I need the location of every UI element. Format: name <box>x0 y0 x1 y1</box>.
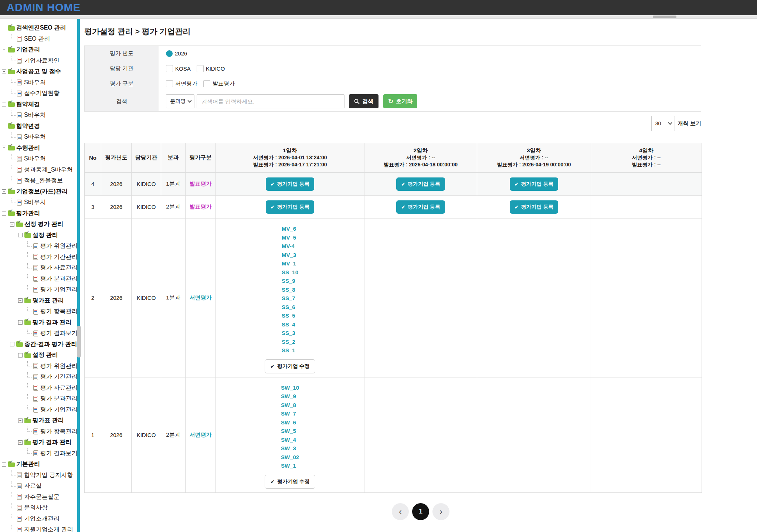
company-link[interactable]: SS_2 <box>282 338 298 346</box>
company-link[interactable]: SS_8 <box>282 285 298 294</box>
company-link[interactable]: SW_7 <box>281 409 299 418</box>
company-link[interactable]: SW_1 <box>281 461 299 470</box>
collapse-icon[interactable]: − <box>2 70 6 74</box>
collapse-icon[interactable]: − <box>2 146 6 150</box>
horizontal-scrollbar[interactable] <box>0 15 757 19</box>
sidebar-item[interactable]: 평가 위원관리 <box>0 361 77 372</box>
sidebar-item[interactable]: −✔협약변경 <box>0 121 77 132</box>
sidebar-item[interactable]: 평가 결과보기 <box>0 448 77 459</box>
sidebar-item[interactable]: 평가 기업관리 <box>0 284 77 295</box>
sidebar-scrollbar-track[interactable] <box>77 19 80 532</box>
collapse-icon[interactable]: − <box>2 462 6 467</box>
search-input[interactable] <box>197 94 344 108</box>
company-link[interactable]: SS_3 <box>282 329 298 338</box>
sidebar-item[interactable]: −✔기본관리 <box>0 459 77 470</box>
category-select[interactable]: 분과명 <box>166 94 194 108</box>
company-link[interactable]: SW_6 <box>281 418 299 427</box>
sidebar-item[interactable]: 평가 분과관리 <box>0 274 77 285</box>
company-link[interactable]: SS_4 <box>282 320 298 329</box>
collapse-icon[interactable]: − <box>10 342 14 346</box>
collapse-icon[interactable]: − <box>2 102 6 106</box>
sidebar-item[interactable]: −✔평가표 관리 <box>0 295 77 306</box>
prev-page-button[interactable]: ‹ <box>392 503 409 520</box>
next-page-button[interactable]: › <box>432 503 449 520</box>
collapse-icon[interactable]: − <box>2 26 6 30</box>
collapse-icon[interactable]: − <box>18 233 23 237</box>
collapse-icon[interactable]: − <box>18 353 23 358</box>
sidebar-item[interactable]: −✔평가표 관리 <box>0 415 77 426</box>
sidebar-item[interactable]: 평가 항목관리 <box>0 426 77 437</box>
company-link[interactable]: SS_9 <box>282 277 298 285</box>
sidebar-item[interactable]: 평가 자료관리 <box>0 262 77 274</box>
company-link[interactable]: SS_6 <box>282 303 298 312</box>
type-checkbox-document[interactable] <box>166 80 173 87</box>
register-companies-button[interactable]: ✔평가기업 등록 <box>510 200 559 214</box>
sidebar-item[interactable]: S바우처 <box>0 197 77 208</box>
horizontal-scrollbar-thumb[interactable] <box>653 16 676 18</box>
year-radio-selected[interactable] <box>166 50 173 57</box>
company-link[interactable]: SS_7 <box>282 294 298 303</box>
sidebar-item[interactable]: −✔사업공고 및 접수 <box>0 66 77 77</box>
sidebar-item[interactable]: 평가 기간관리 <box>0 372 77 383</box>
sidebar-item[interactable]: 평가 자료관리 <box>0 383 77 394</box>
company-link[interactable]: MV_3 <box>282 251 298 260</box>
sidebar-item[interactable]: 협약기업 공지사항 <box>0 470 77 481</box>
modify-companies-button[interactable]: ✔평가기업 수정 <box>265 475 315 489</box>
sidebar-item[interactable]: 평가 분과관리 <box>0 393 77 404</box>
register-companies-button[interactable]: ✔평가기업 등록 <box>396 177 445 191</box>
company-link[interactable]: SW_4 <box>281 436 299 444</box>
collapse-icon[interactable]: − <box>10 222 14 227</box>
collapse-icon[interactable]: − <box>18 440 23 445</box>
sidebar-item[interactable]: 자료실 <box>0 481 77 492</box>
company-link[interactable]: SW_10 <box>281 383 299 392</box>
collapse-icon[interactable]: − <box>18 320 23 325</box>
sidebar-item[interactable]: −✔평가 결과 관리 <box>0 317 77 328</box>
sidebar-item[interactable]: SEO 관리 <box>0 34 77 45</box>
sidebar-item[interactable]: −✔평가관리 <box>0 208 77 219</box>
collapse-icon[interactable]: − <box>18 298 23 303</box>
collapse-icon[interactable]: − <box>18 419 23 423</box>
collapse-icon[interactable]: − <box>2 48 6 52</box>
company-link[interactable]: MV-4 <box>282 242 298 251</box>
sidebar-item[interactable]: −✔검색엔진SEO 관리 <box>0 23 77 34</box>
sidebar-item[interactable]: −✔설정 관리 <box>0 230 77 241</box>
collapse-icon[interactable]: − <box>2 189 6 194</box>
sidebar-item[interactable]: 평가 항목관리 <box>0 306 77 317</box>
sidebar-item[interactable]: −✔평가 결과 관리 <box>0 437 77 448</box>
company-link[interactable]: SW_02 <box>281 453 299 462</box>
sidebar-item[interactable]: 지원기업소개 관리 <box>0 524 77 532</box>
agency-checkbox-kosa[interactable] <box>166 65 173 72</box>
company-link[interactable]: SS_1 <box>282 346 298 355</box>
sidebar-item[interactable]: −✔기업관리 <box>0 44 77 55</box>
sidebar-item[interactable]: 문의사항 <box>0 502 77 514</box>
sidebar-item[interactable]: −✔수행관리 <box>0 143 77 154</box>
company-link[interactable]: MV_5 <box>282 233 298 242</box>
register-companies-button[interactable]: ✔평가기업 등록 <box>396 200 445 214</box>
search-button[interactable]: 검색 <box>349 94 378 108</box>
register-companies-button[interactable]: ✔평가기업 등록 <box>266 177 315 191</box>
sidebar-item[interactable]: 자주묻는질문 <box>0 492 77 503</box>
company-link[interactable]: MV_1 <box>282 259 298 268</box>
company-link[interactable]: SS_5 <box>282 311 298 320</box>
collapse-icon[interactable]: − <box>2 124 6 128</box>
sidebar-item[interactable]: S바우처 <box>0 110 77 121</box>
current-page-button[interactable]: 1 <box>412 503 429 520</box>
sidebar-item[interactable]: 적용_환율정보 <box>0 175 77 186</box>
company-link[interactable]: SW_5 <box>281 427 299 436</box>
sidebar-item[interactable]: 평가 기간관리 <box>0 252 77 263</box>
collapse-icon[interactable]: − <box>2 211 6 216</box>
sidebar-item[interactable]: −✔설정 관리 <box>0 350 77 361</box>
sidebar-item[interactable]: 접수기업현황 <box>0 88 77 99</box>
per-page-select[interactable]: 30 <box>651 116 675 131</box>
sidebar-item[interactable]: 평가 기업관리 <box>0 404 77 416</box>
register-companies-button[interactable]: ✔평가기업 등록 <box>510 177 559 191</box>
type-checkbox-presentation[interactable] <box>203 80 210 87</box>
modify-companies-button[interactable]: ✔평가기업 수정 <box>265 359 315 373</box>
register-companies-button[interactable]: ✔평가기업 등록 <box>266 200 315 214</box>
sidebar-item[interactable]: 기업소개관리 <box>0 514 77 525</box>
company-link[interactable]: SS_10 <box>282 268 298 277</box>
sidebar-item[interactable]: S바우처 <box>0 77 77 88</box>
sidebar-item[interactable]: 성과통계_S바우처 <box>0 165 77 176</box>
company-link[interactable]: SW_9 <box>281 392 299 401</box>
company-link[interactable]: MV_6 <box>282 224 298 233</box>
